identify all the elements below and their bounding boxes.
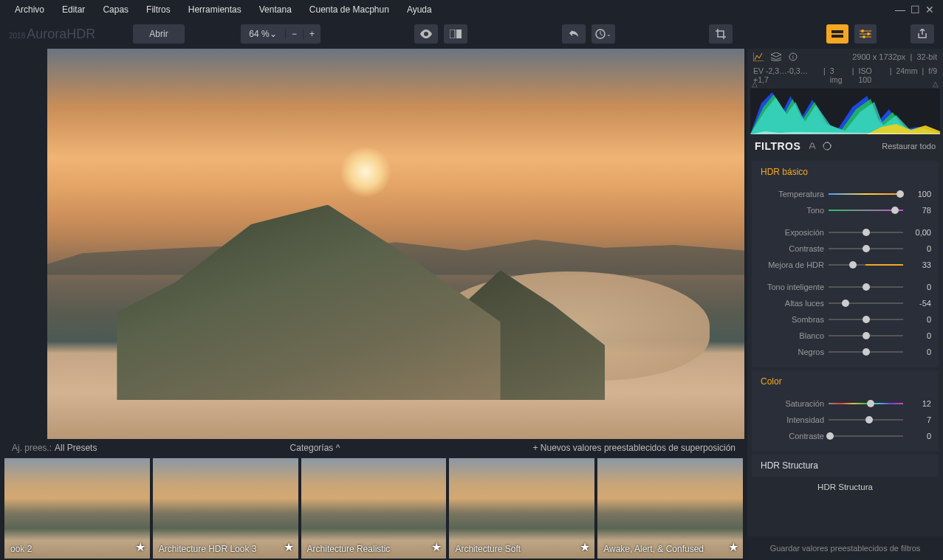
slider-mejora-de-hdr[interactable]: Mejora de HDR33: [759, 257, 931, 273]
slider-track[interactable]: [829, 193, 903, 195]
preset-add[interactable]: + Nuevos valores preestablecidos de supe…: [533, 443, 736, 453]
preset-thumb[interactable]: Architecture HDR Look 3★: [153, 458, 298, 559]
slider-track[interactable]: [829, 248, 903, 249]
slider-knob[interactable]: [842, 300, 849, 307]
slider-negros[interactable]: Negros0: [759, 344, 931, 360]
slider-knob[interactable]: [865, 416, 873, 424]
slider-sombras[interactable]: Sombras0: [759, 311, 931, 328]
transform-icon[interactable]: [808, 142, 817, 151]
slider-knob[interactable]: [863, 283, 870, 291]
slider-track[interactable]: [829, 319, 903, 320]
section-hdr-basico: HDR básico Temperatura100Tono78Exposició…: [752, 161, 939, 367]
preset-thumb[interactable]: Awake, Alert, & Confused★: [597, 458, 743, 559]
zoom-level[interactable]: 64 %⌄: [241, 29, 285, 39]
slider-contraste[interactable]: Contraste0: [759, 428, 931, 444]
histogram-tab-icon[interactable]: [753, 52, 764, 61]
slider-track[interactable]: [829, 403, 903, 404]
slider-knob[interactable]: [863, 348, 870, 356]
favorite-star-icon[interactable]: ★: [431, 540, 442, 554]
crop-icon[interactable]: [709, 24, 733, 44]
menu-ventana[interactable]: Ventana: [250, 1, 301, 18]
window-minimize-button[interactable]: —: [893, 4, 908, 15]
side-panel: i 2900 x 1732px | 32-bit EV -2,3…-0,3…+1…: [747, 49, 943, 560]
slider-exposición[interactable]: Exposición0,00: [759, 224, 931, 241]
section-header-hdr-basico[interactable]: HDR básico: [752, 161, 939, 183]
slider-tono[interactable]: Tono78: [759, 202, 931, 218]
slider-knob[interactable]: [867, 400, 874, 407]
menu-archivo[interactable]: Archivo: [6, 1, 53, 18]
zoom-out-button[interactable]: −: [285, 29, 303, 39]
slider-track[interactable]: [829, 210, 903, 211]
slider-temperatura[interactable]: Temperatura100: [759, 186, 931, 202]
section-header-color[interactable]: Color: [752, 370, 939, 393]
slider-knob[interactable]: [849, 261, 857, 269]
slider-tono-inteligente[interactable]: Tono inteligente0: [759, 279, 931, 295]
slider-label: Tono inteligente: [759, 283, 824, 291]
slider-blanco[interactable]: Blanco0: [759, 328, 931, 344]
preset-bar: Aj. prees.: All Presets Categorías ^ + N…: [3, 439, 744, 457]
preset-thumb[interactable]: ook 2★: [4, 458, 150, 559]
preset-thumb[interactable]: Architecture Realistic★: [301, 458, 447, 559]
slider-knob[interactable]: [863, 332, 870, 339]
menu-bar: Archivo Editar Capas Filtros Herramienta…: [0, 0, 943, 19]
slider-track[interactable]: [829, 335, 903, 336]
menu-filtros[interactable]: Filtros: [137, 1, 179, 18]
image-canvas[interactable]: [47, 49, 744, 439]
menu-cuenta[interactable]: Cuenta de Macphun: [301, 1, 398, 18]
slider-knob[interactable]: [863, 229, 870, 236]
slider-label: Sombras: [759, 315, 824, 324]
preset-name: Awake, Alert, & Confused: [603, 544, 704, 554]
preset-collection[interactable]: All Presets: [55, 443, 97, 453]
slider-track[interactable]: [829, 264, 903, 266]
menu-herramientas[interactable]: Herramientas: [179, 1, 250, 18]
slider-value: 100: [908, 190, 931, 198]
logo-year: 2018: [9, 32, 25, 40]
favorite-star-icon[interactable]: ★: [728, 540, 738, 554]
window-close-button[interactable]: ✕: [922, 4, 937, 15]
slider-label: Mejora de HDR: [759, 260, 824, 269]
panel-presets-icon[interactable]: [826, 24, 848, 44]
preview-eye-icon[interactable]: [414, 24, 438, 44]
info-tab-icon[interactable]: i: [789, 52, 798, 61]
section-header-structura[interactable]: HDR Structura: [752, 454, 939, 477]
menu-capas[interactable]: Capas: [94, 1, 137, 18]
panel-sliders-icon[interactable]: [854, 24, 877, 44]
favorite-star-icon[interactable]: ★: [580, 540, 590, 554]
lens-icon[interactable]: [823, 142, 831, 151]
export-icon[interactable]: [911, 24, 934, 44]
slider-knob[interactable]: [863, 316, 870, 323]
history-icon[interactable]: ⌄: [591, 24, 615, 44]
open-button[interactable]: Abrir: [133, 24, 185, 44]
slider-track[interactable]: [829, 419, 903, 421]
slider-track[interactable]: [829, 435, 903, 437]
slider-knob[interactable]: [863, 245, 870, 252]
zoom-in-button[interactable]: +: [303, 29, 320, 39]
restore-all-button[interactable]: Restaurar todo: [882, 142, 936, 151]
slider-altas-luces[interactable]: Altas luces-54: [759, 295, 931, 311]
slider-knob[interactable]: [826, 432, 834, 440]
slider-saturación[interactable]: Saturación12: [759, 395, 931, 412]
preset-categories[interactable]: Categorías ^: [97, 443, 532, 453]
save-preset-button[interactable]: Guardar valores preestablecidos de filtr…: [747, 536, 943, 560]
compare-split-icon[interactable]: [444, 24, 467, 44]
layers-tab-icon[interactable]: [771, 52, 781, 61]
favorite-star-icon[interactable]: ★: [284, 540, 294, 554]
slider-track[interactable]: [829, 303, 903, 304]
slider-knob[interactable]: [891, 207, 899, 214]
favorite-star-icon[interactable]: ★: [135, 540, 145, 554]
slider-track[interactable]: [829, 351, 903, 353]
preset-prefix: Aj. prees.:: [12, 443, 52, 453]
preset-thumb[interactable]: Architecture Soft★: [449, 458, 594, 559]
slider-label: Negros: [759, 348, 824, 356]
slider-track[interactable]: [829, 232, 903, 233]
undo-icon[interactable]: [562, 24, 586, 44]
window-maximize-button[interactable]: ☐: [908, 4, 922, 15]
slider-knob[interactable]: [896, 190, 904, 198]
menu-ayuda[interactable]: Ayuda: [398, 1, 441, 18]
slider-label: Intensidad: [759, 415, 824, 424]
slider-label: Exposición: [759, 228, 824, 237]
slider-intensidad[interactable]: Intensidad7: [759, 412, 931, 428]
slider-contraste[interactable]: Contraste0: [759, 241, 931, 257]
menu-editar[interactable]: Editar: [53, 1, 94, 18]
slider-track[interactable]: [829, 286, 903, 288]
